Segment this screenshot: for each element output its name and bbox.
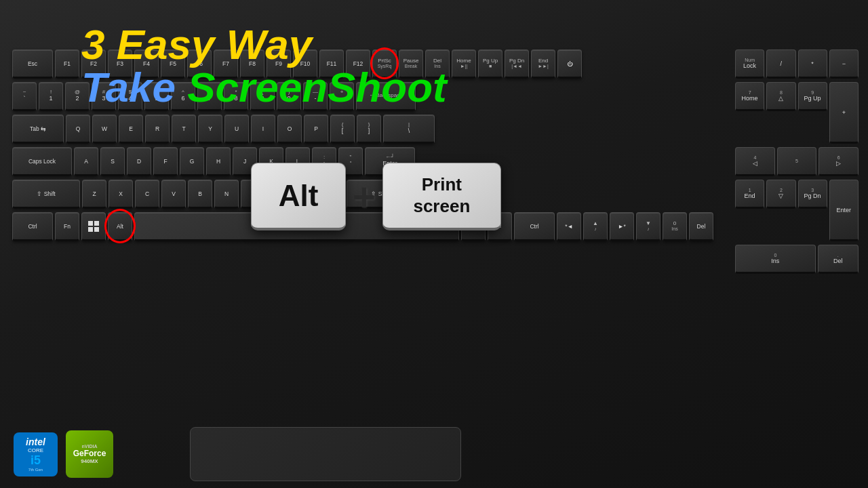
- key-tab[interactable]: Tab ⇆: [12, 115, 64, 144]
- key-x[interactable]: X: [108, 180, 133, 209]
- key-alt-highlighted[interactable]: Alt: [251, 163, 346, 230]
- numpad-area: Num Lock / * − 7Home 8△ 9Pg Up + 4◁ 5 6▷…: [732, 44, 861, 424]
- title-line1: 3 Easy Way: [81, 20, 447, 68]
- key-num-5[interactable]: 5: [777, 147, 817, 176]
- key-num-7[interactable]: 7Home: [735, 82, 764, 111]
- intel-core-text: CORE: [28, 447, 43, 453]
- key-num-dot[interactable]: .Del: [818, 245, 859, 274]
- key-p[interactable]: P: [304, 115, 328, 144]
- key-b[interactable]: B: [188, 180, 212, 209]
- intel-gen-text: 7th Gen: [28, 468, 43, 472]
- key-pgdn-fn[interactable]: Pg Dn |◄◄: [505, 49, 529, 79]
- key-n[interactable]: N: [214, 180, 239, 209]
- key-num-0[interactable]: 0Ins: [735, 245, 816, 274]
- key-y[interactable]: Y: [198, 115, 222, 144]
- key-num-8[interactable]: 8△: [766, 82, 795, 111]
- key-num-9[interactable]: 9Pg Up: [798, 82, 827, 111]
- key-num-minus[interactable]: −: [829, 49, 859, 79]
- key-win[interactable]: [81, 212, 106, 241]
- key-d[interactable]: D: [127, 147, 151, 176]
- key-num-6[interactable]: 6▷: [818, 147, 859, 176]
- title-take: Take: [81, 64, 187, 110]
- nvidia-940mx: 940MX: [81, 458, 98, 464]
- title-number: 3: [81, 21, 117, 68]
- numpad-row-123: 1End 2▽ 3Pg Dn Enter: [735, 180, 859, 241]
- intel-text: intel: [26, 436, 45, 447]
- printscreen-line1: Print: [422, 174, 462, 195]
- key-rbracket[interactable]: }]: [357, 115, 381, 144]
- key-q[interactable]: Q: [66, 115, 90, 144]
- key-vol-up[interactable]: ▲♪: [583, 212, 608, 241]
- key-capslock[interactable]: Caps Lock: [12, 147, 72, 176]
- intel-logo: intel CORE i5 7th Gen: [14, 432, 58, 476]
- key-g[interactable]: G: [180, 147, 204, 176]
- bottom-logos: intel CORE i5 7th Gen nVIDIA GeForce 940…: [14, 430, 113, 478]
- key-num-3[interactable]: 3Pg Dn: [798, 180, 827, 209]
- key-num-asterisk[interactable]: *: [798, 49, 827, 79]
- key-pgup-fn[interactable]: Pg Up ■: [478, 49, 502, 79]
- key-num-1[interactable]: 1End: [735, 180, 764, 209]
- title-line2: Take ScreenShoot: [81, 63, 447, 111]
- key-t[interactable]: T: [172, 115, 196, 144]
- printscreen-line2: screen: [413, 196, 470, 217]
- numpad-row-456: 4◁ 5 6▷: [735, 147, 859, 176]
- key-backtick[interactable]: ~`: [12, 82, 37, 111]
- key-media-backlight[interactable]: *◄: [557, 212, 581, 241]
- key-rctrl[interactable]: Ctrl: [514, 212, 555, 241]
- key-num-slash[interactable]: /: [766, 49, 795, 79]
- key-printscreen-highlighted[interactable]: Print screen: [382, 163, 501, 230]
- key-e[interactable]: E: [119, 115, 143, 144]
- key-numpad-del[interactable]: Del: [689, 212, 713, 241]
- combo-overlay: Alt + Print screen: [251, 163, 501, 230]
- key-vol-down[interactable]: ▼♪: [636, 212, 660, 241]
- key-z[interactable]: Z: [82, 180, 106, 209]
- key-r[interactable]: R: [145, 115, 170, 144]
- key-num-2[interactable]: 2▽: [766, 180, 795, 209]
- key-power[interactable]: ⏻: [557, 49, 582, 79]
- key-num-plus[interactable]: +: [829, 82, 859, 144]
- key-u[interactable]: U: [224, 115, 249, 144]
- key-fn[interactable]: Fn: [55, 212, 79, 241]
- key-1[interactable]: !1: [39, 82, 63, 111]
- key-h[interactable]: H: [206, 147, 231, 176]
- key-s[interactable]: S: [100, 147, 125, 176]
- title-easy: Easy: [117, 21, 226, 68]
- key-f[interactable]: F: [153, 147, 178, 176]
- title-screenshot: ScreenShoot: [187, 64, 446, 110]
- nvidia-logo: nVIDIA GeForce 940MX: [66, 430, 113, 478]
- nvidia-brand: nVIDIA: [82, 444, 98, 449]
- key-media-forward[interactable]: ►*: [610, 212, 634, 241]
- key-esc[interactable]: Esc: [12, 49, 53, 79]
- key-f1[interactable]: F1: [55, 49, 79, 79]
- key-a[interactable]: A: [74, 147, 98, 176]
- qwerty-row: Tab ⇆ Q W E R T Y U I O P {[ }] |\: [12, 115, 713, 144]
- key-lalt-bottom[interactable]: Alt: [108, 212, 132, 241]
- plus-symbol: +: [353, 174, 376, 220]
- key-num-enter[interactable]: Enter: [829, 180, 859, 241]
- key-w[interactable]: W: [92, 115, 117, 144]
- title-way: Way: [226, 21, 312, 68]
- title-overlay: 3 Easy Way Take ScreenShoot: [81, 20, 447, 111]
- key-i[interactable]: I: [251, 115, 275, 144]
- key-lctrl[interactable]: Ctrl: [12, 212, 53, 241]
- key-o[interactable]: O: [277, 115, 302, 144]
- numpad-row-lock: Num Lock / * −: [735, 49, 859, 79]
- key-c[interactable]: C: [135, 180, 159, 209]
- numpad-row-0dot: 0Ins .Del: [735, 245, 859, 274]
- nvidia-geforce: GeForce: [73, 449, 106, 458]
- key-numpad-0-ins[interactable]: 0Ins: [663, 212, 687, 241]
- key-num-4[interactable]: 4◁: [735, 147, 775, 176]
- key-v[interactable]: V: [161, 180, 186, 209]
- alt-key-label: Alt: [279, 179, 319, 213]
- numpad-row-789: 7Home 8△ 9Pg Up +: [735, 82, 859, 144]
- key-backslash[interactable]: |\: [383, 115, 435, 144]
- touchpad: [190, 427, 461, 481]
- key-lbracket[interactable]: {[: [330, 115, 355, 144]
- key-numlock[interactable]: Num Lock: [735, 49, 764, 79]
- key-home-fn[interactable]: Home ►||: [452, 49, 476, 79]
- key-end-fn[interactable]: End ►►|: [531, 49, 555, 79]
- intel-i5-text: i5: [31, 453, 41, 468]
- key-lshift[interactable]: ⇧ Shift: [12, 180, 80, 209]
